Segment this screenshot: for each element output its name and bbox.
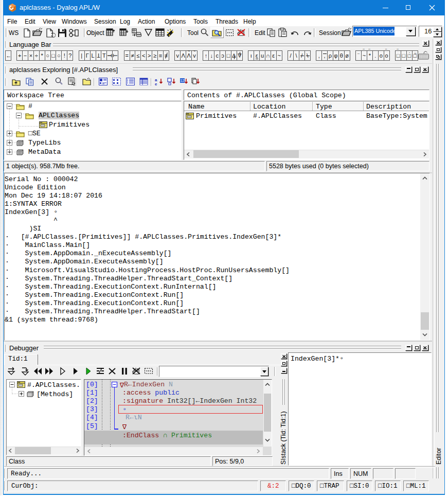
svg-text:e: e [155,82,157,86]
svg-text:12: 12 [181,79,185,82]
